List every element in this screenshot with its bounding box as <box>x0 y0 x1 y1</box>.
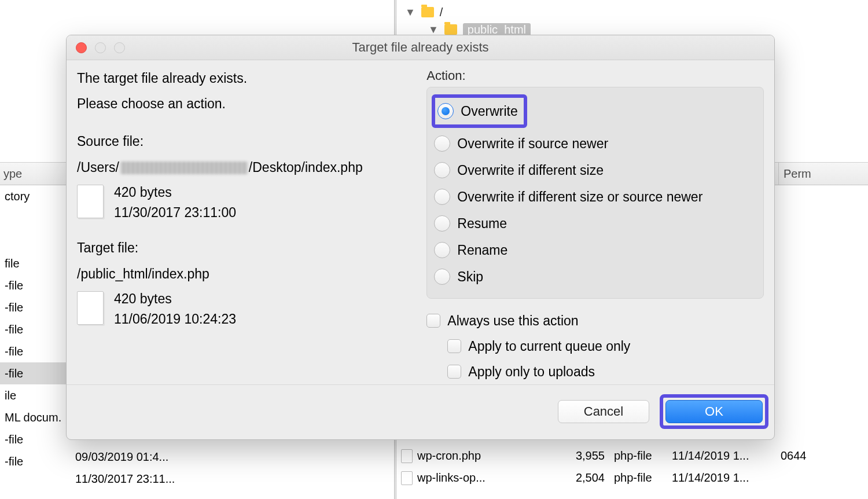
list-row[interactable]: ML docum. <box>0 406 69 428</box>
radio-icon[interactable] <box>434 269 450 285</box>
checkbox-always-use[interactable]: Always use this action <box>426 308 764 333</box>
list-row[interactable]: file <box>0 252 69 274</box>
radio-skip[interactable]: Skip <box>434 263 756 290</box>
action-heading: Action: <box>426 68 764 83</box>
tree-root-row[interactable]: ▼ / <box>405 3 531 21</box>
cancel-button[interactable]: Cancel <box>558 400 649 423</box>
annotation-highlight: Overwrite <box>432 94 527 128</box>
document-icon <box>77 185 104 218</box>
source-label: Source file: <box>77 134 421 149</box>
target-label: Target file: <box>77 240 421 256</box>
radio-overwrite-size[interactable]: Overwrite if different size <box>434 157 756 184</box>
list-row[interactable]: -file <box>0 340 69 362</box>
list-row[interactable]: wp-links-op... 2,504 php-file 11/14/2019… <box>396 467 868 489</box>
window-controls <box>76 42 125 53</box>
target-info: 420 bytes 11/06/2019 10:24:23 <box>77 291 421 327</box>
window-zoom-button[interactable] <box>114 42 125 53</box>
remote-col-perm[interactable]: Perm <box>778 163 836 185</box>
dialog-message2: Please choose an action. <box>77 94 421 115</box>
document-icon <box>77 291 104 325</box>
dialog-message1: The target file already exists. <box>77 68 421 89</box>
chevron-down-icon: ▼ <box>405 6 415 19</box>
source-path: /Users/ /Desktop/index.php <box>77 160 421 175</box>
radio-icon[interactable] <box>434 135 450 152</box>
file-icon <box>401 449 413 463</box>
list-row[interactable]: -file <box>0 274 69 296</box>
source-info: 420 bytes 11/30/2017 23:11:00 <box>77 185 421 221</box>
radio-overwrite-size-or-newer[interactable]: Overwrite if different size or source ne… <box>434 184 756 210</box>
radio-icon[interactable] <box>434 242 450 258</box>
action-group: Overwrite Overwrite if source newer Over… <box>426 87 764 299</box>
window-close-button[interactable] <box>76 42 87 53</box>
dialog-info-pane: The target file already exists. Please c… <box>77 68 421 384</box>
list-row[interactable]: -file <box>0 318 69 340</box>
checkbox-icon[interactable] <box>426 314 440 328</box>
file-exists-dialog: Target file already exists The target fi… <box>66 35 775 440</box>
checkbox-icon[interactable] <box>447 339 461 353</box>
radio-rename[interactable]: Rename <box>434 237 756 263</box>
list-row[interactable]: -file <box>0 296 69 318</box>
list-row[interactable]: ile <box>0 384 69 406</box>
folder-icon <box>421 7 434 17</box>
local-type-column-header[interactable]: ype <box>0 162 69 185</box>
remote-tree: ▼ / ▼ public_html <box>405 3 531 38</box>
checkbox-icon[interactable] <box>447 365 461 379</box>
dialog-title: Target file already exists <box>67 40 774 55</box>
file-icon <box>401 471 413 485</box>
list-row[interactable]: 11/30/2017 23:11... <box>75 468 203 490</box>
list-row[interactable]: -file <box>0 450 69 472</box>
list-row[interactable]: wp-cron.php 3,955 php-file 11/14/2019 1.… <box>396 445 868 467</box>
titlebar[interactable]: Target file already exists <box>67 35 774 60</box>
local-pane: ype ctory file -file -file -file -file -… <box>0 162 69 472</box>
target-size: 420 bytes <box>114 291 236 307</box>
target-path: /public_html/index.php <box>77 266 421 282</box>
radio-overwrite[interactable]: Overwrite <box>437 98 517 124</box>
dialog-action-pane: Action: Overwrite Overwrite if source ne… <box>426 68 764 384</box>
window-minimize-button[interactable] <box>95 42 106 53</box>
chevron-down-icon: ▼ <box>428 24 439 36</box>
annotation-highlight: OK <box>660 394 768 429</box>
radio-icon[interactable] <box>434 215 450 232</box>
radio-icon[interactable] <box>437 103 454 119</box>
checkbox-apply-uploads[interactable]: Apply only to uploads <box>426 359 764 384</box>
source-date: 11/30/2017 23:11:00 <box>114 205 236 221</box>
target-date: 11/06/2019 10:24:23 <box>114 311 236 327</box>
folder-icon <box>444 24 457 35</box>
list-row[interactable]: 09/03/2019 01:4... <box>75 446 203 468</box>
radio-resume[interactable]: Resume <box>434 210 756 237</box>
radio-overwrite-newer[interactable]: Overwrite if source newer <box>434 130 756 157</box>
checkbox-apply-queue[interactable]: Apply to current queue only <box>426 333 764 359</box>
list-row[interactable]: ctory <box>0 185 69 207</box>
tree-root-label: / <box>440 6 443 19</box>
list-row-selected[interactable]: -file <box>0 362 69 384</box>
dialog-footer: Cancel OK <box>67 384 774 439</box>
radio-icon[interactable] <box>434 189 450 205</box>
redacted-segment <box>120 162 248 174</box>
source-size: 420 bytes <box>114 185 236 200</box>
ok-button[interactable]: OK <box>665 400 763 423</box>
radio-icon[interactable] <box>434 162 450 178</box>
local-date-rows: 09/03/2019 01:4... 11/30/2017 23:11... <box>75 446 203 490</box>
list-row[interactable]: -file <box>0 428 69 450</box>
